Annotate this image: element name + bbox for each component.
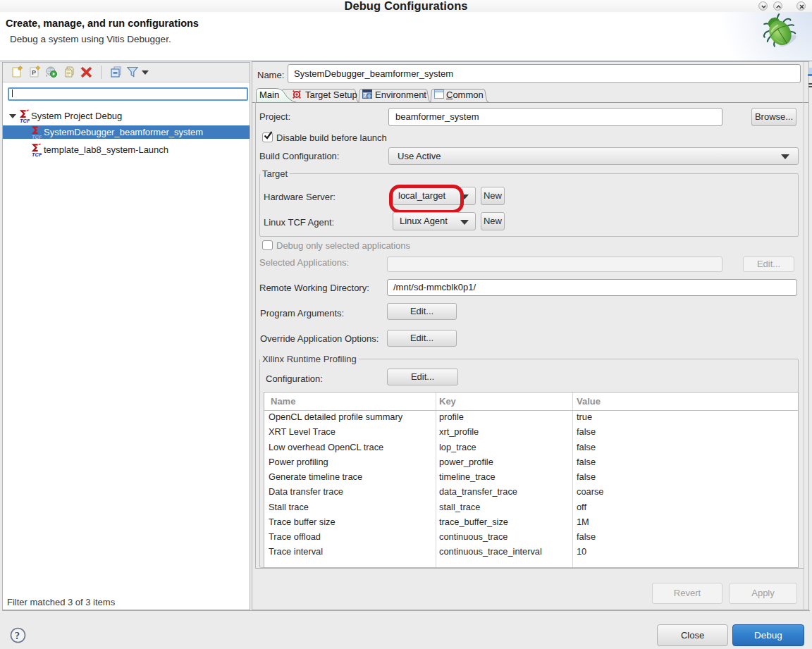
- svg-text:TCF: TCF: [32, 152, 42, 157]
- svg-text:?: ?: [15, 631, 20, 641]
- svg-text:7: 7: [364, 92, 367, 99]
- svg-text:P: P: [32, 69, 36, 76]
- svg-text:TCF: TCF: [20, 118, 30, 123]
- svg-text:TCF: TCF: [32, 134, 42, 140]
